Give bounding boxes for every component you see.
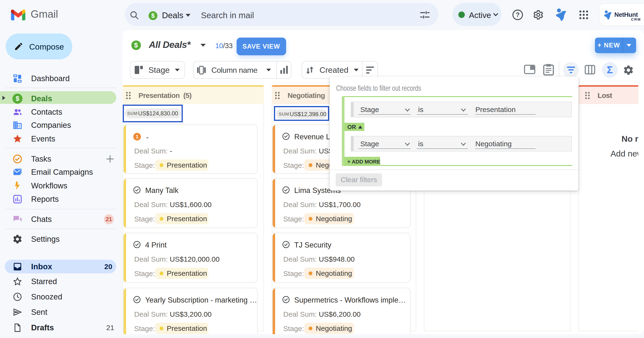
svg-text:?: ? [516, 11, 520, 19]
